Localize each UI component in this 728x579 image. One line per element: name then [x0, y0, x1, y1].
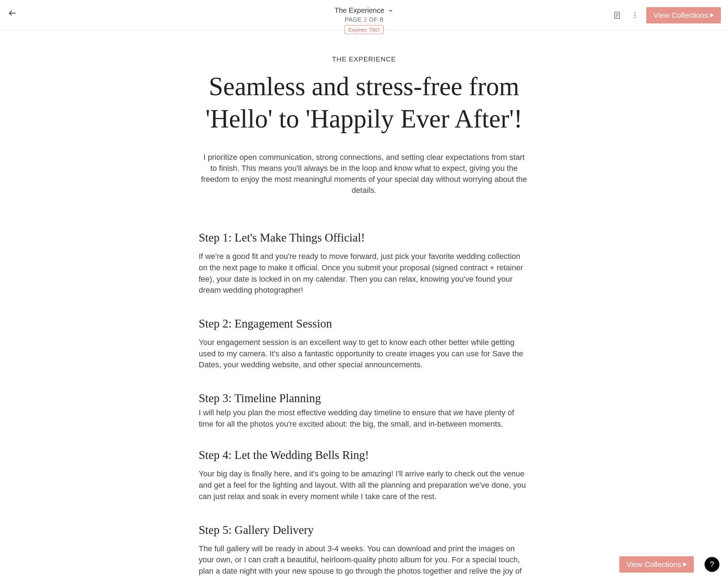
svg-marker-9	[683, 562, 687, 567]
step-2-title: Step 2: Engagement Session	[199, 317, 529, 330]
step-3-title: Step 3: Timeline Planning	[199, 392, 529, 405]
header-center: The Experience PAGE 2 OF 8 Expires: TBD	[334, 6, 394, 34]
intro-paragraph: I prioritize open communication, strong …	[199, 152, 529, 196]
document-icon-button[interactable]	[611, 9, 623, 22]
main-content: THE EXPERIENCE Seamless and stress-free …	[199, 31, 529, 579]
svg-point-7	[635, 17, 636, 18]
arrow-left-icon	[8, 9, 17, 18]
header-right: View Collections	[611, 7, 721, 23]
bottom-right-controls: View Collections ?	[619, 556, 719, 573]
page-prefix: PAGE	[345, 16, 364, 23]
svg-point-6	[635, 15, 636, 16]
page-title: Seamless and stress-free from 'Hello' to…	[199, 70, 529, 135]
expires-badge: Expires: TBD	[344, 25, 384, 34]
eyebrow-label: THE EXPERIENCE	[199, 55, 529, 63]
triangle-right-icon	[710, 13, 714, 17]
svg-marker-8	[710, 13, 714, 17]
step-1: Step 1: Let's Make Things Official! If w…	[199, 231, 529, 296]
header-bar: The Experience PAGE 2 OF 8 Expires: TBD …	[0, 0, 728, 31]
back-button[interactable]	[8, 9, 17, 18]
more-vertical-icon	[631, 11, 639, 19]
document-icon	[613, 11, 621, 20]
step-4: Step 4: Let the Wedding Bells Ring! Your…	[199, 449, 529, 502]
view-collections-button-top[interactable]: View Collections	[646, 7, 721, 23]
page-dropdown[interactable]: The Experience	[334, 6, 394, 15]
step-5-title: Step 5: Gallery Delivery	[199, 524, 529, 537]
step-3: Step 3: Timeline Planning I will help yo…	[199, 392, 529, 429]
step-1-title: Step 1: Let's Make Things Official!	[199, 231, 529, 244]
step-5: Step 5: Gallery Delivery The full galler…	[199, 524, 529, 579]
step-4-title: Step 4: Let the Wedding Bells Ring!	[199, 449, 529, 462]
help-button[interactable]: ?	[705, 557, 719, 572]
step-3-body: I will help you plan the most effective …	[199, 407, 529, 429]
step-4-body: Your big day is finally here, and it's g…	[199, 468, 529, 502]
chevron-down-icon	[388, 8, 394, 13]
view-collections-button-bottom[interactable]: View Collections	[619, 556, 694, 573]
page-indicator: PAGE 2 OF 8	[345, 16, 383, 23]
view-collections-label-bottom: View Collections	[626, 560, 681, 569]
page-current: 2	[364, 16, 367, 23]
svg-point-5	[635, 12, 636, 13]
page-total: 8	[380, 16, 383, 23]
step-2-body: Your engagement session is an excellent …	[199, 337, 529, 370]
view-collections-label-top: View Collections	[653, 11, 708, 20]
step-2: Step 2: Engagement Session Your engageme…	[199, 317, 529, 370]
page-mid: OF	[367, 16, 380, 23]
step-1-body: If we're a good fit and you're ready to …	[199, 251, 529, 296]
more-menu-button[interactable]	[628, 9, 641, 22]
triangle-right-icon	[683, 562, 687, 567]
dropdown-title-text: The Experience	[334, 6, 384, 15]
step-5-body: The full gallery will be ready in about …	[199, 543, 529, 579]
